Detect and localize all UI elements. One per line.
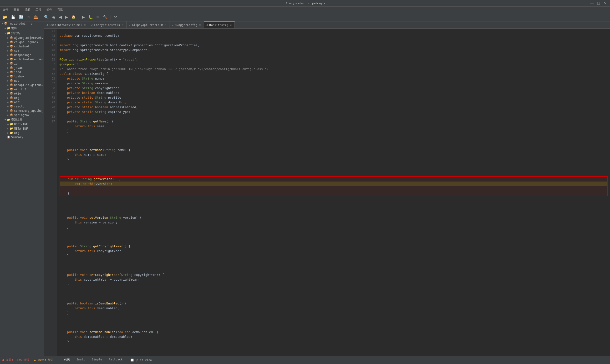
toolbar-separator-3 — [111, 15, 111, 20]
tab-close[interactable]: × — [121, 23, 124, 27]
menu-nav[interactable]: 导航 — [23, 7, 32, 12]
sidebar-pkg-eu[interactable]: ▶ 📦 eu.bitwalker.user — [0, 57, 44, 62]
code-line-field5: private static String profile; — [60, 96, 123, 99]
warning-indicator: ▲ 46963 警告 — [34, 358, 54, 362]
toolbar-export[interactable]: 📤 — [32, 14, 39, 20]
toolbar-search[interactable]: 🔍 — [43, 14, 50, 20]
sidebar-pkg-oshi[interactable]: ▶ 📦 oshi — [0, 100, 44, 104]
tab-encryptionutils[interactable]: J EncryptionUtils × — [89, 21, 127, 28]
menu-help[interactable]: 帮助 — [56, 7, 65, 12]
sidebar-pkg-com[interactable]: ▶ 📦 com — [0, 49, 44, 53]
folder-icon: 📁 — [10, 123, 13, 126]
window-controls[interactable]: — ❐ ✕ — [589, 1, 608, 5]
sidebar-output[interactable]: ▶ 📁 输出 — [0, 26, 44, 31]
tab-alipayapierrorenum[interactable]: J AlipayApiErrorEnum × — [127, 21, 169, 28]
ln-78: 78 — [44, 105, 55, 110]
toolbar-next[interactable]: ▶ — [64, 14, 69, 20]
toolbar-save[interactable]: 💾 — [10, 14, 17, 20]
code-line-blank23 — [60, 321, 62, 324]
sidebar-pkg-org[interactable]: ▶ 📦 org — [0, 96, 44, 100]
code-line-m52: public String getVersion() { — [60, 177, 120, 181]
sidebar-pkg-jodd[interactable]: ▶ 📦 jodd — [0, 70, 44, 74]
status-tab-simple[interactable]: Simple — [88, 357, 105, 363]
sidebar-source[interactable]: ▼ 📁 源代码 — [0, 31, 44, 36]
sidebar-pkg-okio[interactable]: ▶ 📦 okio — [0, 91, 44, 96]
ln-62: 62 — [44, 71, 55, 76]
toolbar-debug[interactable]: 🐛 — [87, 14, 94, 20]
toolbar-reload[interactable]: 🔄 — [18, 14, 25, 20]
code-line-blank25 — [60, 344, 62, 348]
code-editor[interactable]: 41 42 43 47 48 — [44, 29, 610, 356]
code-line-blank24 — [60, 325, 62, 329]
sidebar-summary[interactable]: 📋 Summary — [0, 135, 44, 139]
sidebar-pkg-reactor[interactable]: ▶ 📦 reactor — [0, 104, 44, 109]
menu-tools[interactable]: 工具 — [34, 7, 43, 12]
tab-swaggerconfig[interactable]: J SwaggerConfig × — [169, 21, 204, 28]
sidebar-pkg-aj[interactable]: ▶ 📦 aj.org.objectweb. — [0, 36, 44, 40]
pkg-icon: 📦 — [10, 101, 13, 104]
tab-close[interactable]: × — [164, 23, 167, 27]
sidebar-jar[interactable]: ▼ 📦 ruoyi-admin.jar — [0, 21, 44, 26]
code-line-class: public class RuoYiConfig { — [60, 72, 108, 76]
pkg-arrow: ▶ — [7, 101, 10, 104]
pkg-label: jodd — [14, 70, 21, 74]
sidebar-bootinf[interactable]: ▶ 📁 BOOT-INF — [0, 122, 44, 127]
sidebar-pkg-schemaorg[interactable]: ▶ 📦 schemaorg_apache_ — [0, 109, 44, 113]
sidebar-pkg-io[interactable]: ▶ 📦 io — [0, 62, 44, 66]
code-line-blank9 — [60, 172, 62, 176]
toolbar-prev[interactable]: ◀ — [58, 14, 63, 20]
menu-view[interactable]: 查看 — [12, 7, 21, 12]
sidebar-pkg-defpackage[interactable]: ▶ 📦 defpackage — [0, 53, 44, 57]
code-line-blank16 — [60, 259, 62, 262]
minimize-button[interactable]: — — [589, 1, 594, 5]
pkg-label: BOOT-INF — [14, 123, 28, 126]
sidebar-pkg-logback[interactable]: ▶ 📦 ch.qos.logback — [0, 40, 44, 44]
toolbar-build[interactable]: 🔨 — [102, 14, 109, 20]
status-tab-fallback[interactable]: Fallback — [105, 357, 126, 363]
sidebar-metainf[interactable]: ▶ 📁 META-INF — [0, 127, 44, 131]
tab-userinfoserviceimpl[interactable]: J UserInfoServiceImpl × — [44, 21, 89, 28]
toolbar-open[interactable]: 📂 — [1, 14, 9, 20]
tab-ruoyiconfig[interactable]: J RuoYiConfig × — [204, 21, 235, 28]
toolbar-home[interactable]: 🏠 — [70, 14, 77, 20]
tab-close[interactable]: × — [199, 23, 201, 27]
sidebar-pkg-hutool[interactable]: ▶ 📦 cn.hutool — [0, 44, 44, 49]
sidebar-resources[interactable]: ▼ 📁 资源文件 — [0, 117, 44, 122]
pkg-label: okio — [14, 92, 21, 95]
error-icon: ● — [2, 358, 4, 362]
toolbar-run[interactable]: ▶ — [81, 14, 86, 20]
sidebar-pkg-nonapi[interactable]: ▶ 📦 nonapi.io.github. — [0, 83, 44, 87]
tab-close[interactable]: × — [230, 23, 232, 27]
pkg-label: META-INF — [14, 127, 28, 130]
toolbar-find-usage[interactable]: ◉ — [51, 14, 57, 20]
sidebar-pkg-springfox[interactable]: ▶ 📦 springfox — [0, 113, 44, 117]
close-button[interactable]: ✕ — [603, 1, 608, 5]
pkg-label: org — [14, 96, 19, 100]
status-tab-code[interactable]: 代码 — [61, 357, 73, 363]
sidebar-pkg-lombok[interactable]: ▶ 📦 lombok — [0, 74, 44, 78]
toolbar-close[interactable]: ✕ — [26, 14, 31, 20]
code-line-blank21 — [60, 297, 62, 300]
sidebar-pkg-net[interactable]: ▶ 📦 net — [0, 78, 44, 83]
ln-68: 68 — [44, 86, 55, 91]
code-line-blank19 — [60, 287, 62, 291]
sidebar-pkg-okhttp3[interactable]: ▶ 📦 okhttp3 — [0, 87, 44, 91]
menu-file[interactable]: 文件 — [1, 7, 10, 12]
toolbar-decompile[interactable]: ⚒ — [113, 14, 118, 20]
split-view-checkbox-group[interactable]: Split view — [130, 359, 152, 362]
pkg-icon: 📦 — [10, 62, 13, 65]
split-view-checkbox[interactable] — [130, 359, 134, 362]
tab-close[interactable]: × — [84, 23, 86, 27]
status-tab-smali[interactable]: Smali — [73, 357, 88, 363]
toolbar-settings[interactable]: ⚙ — [95, 14, 101, 20]
menu-plugins[interactable]: 插件 — [45, 7, 54, 12]
pkg-label: cn.hutool — [14, 45, 29, 48]
tabs-bar: J UserInfoServiceImpl × J EncryptionUtil… — [44, 21, 610, 29]
code-line-m43b: } — [60, 129, 69, 133]
maximize-button[interactable]: ❐ — [596, 1, 601, 5]
pkg-icon: 📦 — [10, 58, 13, 61]
sidebar-org-folder[interactable]: ▶ 📁 org — [0, 131, 44, 135]
sidebar-pkg-javax[interactable]: ▶ 📦 javax — [0, 66, 44, 70]
jar-arrow: ▼ — [1, 22, 4, 25]
pkg-icon: 📦 — [10, 79, 13, 82]
